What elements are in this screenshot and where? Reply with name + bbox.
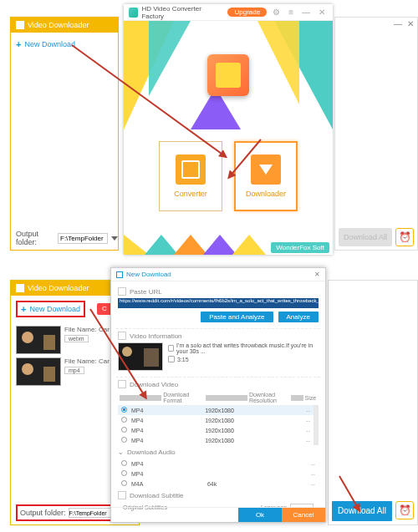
format-row[interactable]: MP41920x1080--: [118, 435, 314, 445]
audio-format-row[interactable]: MP4--: [118, 469, 319, 479]
download-all-button[interactable]: Download All: [332, 501, 392, 521]
converter-label: Converter: [174, 190, 207, 198]
url-input[interactable]: https://www.reddit.com/r/videos/comments…: [118, 298, 319, 308]
menu-icon[interactable]: ≡: [286, 8, 296, 17]
product-logo-icon: [207, 54, 249, 96]
radio-icon: [121, 437, 127, 443]
video-title: I'm a solo act that writes throwback mus…: [176, 342, 319, 354]
right-panel-top: — ✕ Download All ⏰: [334, 17, 418, 251]
download-all-disabled: Download All: [339, 228, 392, 246]
plus-icon: +: [21, 304, 26, 314]
radio-icon: [121, 480, 127, 486]
download-subtitle-header[interactable]: Download Subtitle: [118, 491, 319, 499]
radio-icon: [121, 470, 127, 476]
vd-title: Video Downloader: [28, 18, 89, 33]
item-format-chip[interactable]: webm: [64, 335, 89, 342]
converter-icon: [176, 155, 206, 185]
radio-icon: [121, 460, 127, 466]
item-thumbnail: [16, 326, 61, 354]
format-row[interactable]: MP41920x1080--: [118, 405, 314, 415]
item-thumbnail: [16, 357, 61, 386]
minimize-icon[interactable]: —: [394, 19, 402, 28]
output-folder-label: Output folder:: [16, 230, 54, 246]
link-icon: [118, 287, 126, 296]
columns-header: Download Format Download Resolution Size: [120, 392, 317, 403]
settings-icon[interactable]: ⚙: [270, 8, 283, 17]
conv-title: HD Video Converter Factory: [141, 5, 221, 20]
output-folder-input[interactable]: [69, 508, 117, 518]
hero-banner: [124, 21, 333, 129]
radio-icon: [121, 417, 127, 423]
audio-format-row[interactable]: M4A64k--: [118, 479, 319, 489]
dialog-title: New Download: [126, 271, 171, 278]
radio-icon: [121, 407, 127, 413]
minimize-icon[interactable]: —: [299, 8, 313, 17]
chevron-down-icon: ⌄: [118, 448, 124, 456]
conv-titlebar: HD Video Converter Factory Upgrade ⚙ ≡ —…: [124, 4, 333, 21]
close-icon[interactable]: ✕: [316, 8, 328, 17]
dialog-titlebar: New Download ✕: [111, 268, 325, 281]
new-download-label: New Download: [29, 305, 80, 313]
plus-icon: +: [16, 39, 21, 49]
vd-titlebar: Video Downloader: [11, 18, 118, 33]
app-icon: [16, 21, 24, 29]
downloader-tile[interactable]: Downloader: [234, 141, 298, 211]
right-panel-bottom: Download All ⏰: [328, 280, 418, 525]
new-download-button[interactable]: + New Download: [16, 39, 113, 49]
cancel-button[interactable]: Cancel: [282, 508, 325, 522]
close-icon[interactable]: ✕: [407, 19, 414, 28]
output-folder-label: Output folder:: [20, 509, 66, 517]
brand-badge: WonderFox Soft: [271, 242, 329, 253]
footer-decor: WonderFox Soft: [124, 235, 333, 255]
converter-tile[interactable]: Converter: [159, 141, 222, 211]
audio-format-row[interactable]: MP4--: [118, 459, 319, 469]
video-thumbnail: [118, 342, 163, 371]
subtitle-icon: [118, 491, 126, 499]
close-icon[interactable]: ✕: [314, 271, 320, 278]
dialog-icon: [116, 271, 123, 278]
output-folder-input[interactable]: [58, 233, 108, 244]
paste-url-header: Paste URL: [118, 287, 319, 296]
schedule-icon[interactable]: ⏰: [395, 501, 414, 519]
downloader-icon: [251, 155, 281, 185]
hd-converter-window: HD Video Converter Factory Upgrade ⚙ ≡ —…: [124, 4, 333, 255]
new-download-dialog: New Download ✕ Paste URL https://www.red…: [110, 267, 326, 523]
item-format-chip[interactable]: mp4: [64, 367, 84, 374]
format-row[interactable]: MP41920x1080--: [118, 415, 314, 425]
video-format-list[interactable]: MP41920x1080--MP41920x1080--MP41920x1080…: [118, 405, 319, 445]
app-logo-icon: [129, 8, 138, 18]
new-download-label: New Download: [24, 40, 75, 48]
analyze-button[interactable]: Analyze: [278, 312, 319, 322]
radio-icon: [121, 427, 127, 433]
upgrade-button[interactable]: Upgrade: [227, 8, 267, 17]
format-row[interactable]: MP41920x1080--: [118, 425, 314, 435]
app-icon: [16, 284, 24, 292]
ok-button[interactable]: Ok: [238, 508, 282, 522]
info-icon: [118, 332, 126, 340]
folder-dropdown-icon[interactable]: [111, 236, 118, 241]
paste-analyze-button[interactable]: Paste and Analyze: [201, 312, 273, 322]
download-audio-header[interactable]: ⌄ Download Audio: [118, 448, 319, 456]
title-icon: [168, 345, 174, 352]
video-downloader-window-top: Video Downloader + New Download Output f…: [10, 17, 119, 251]
schedule-icon[interactable]: ⏰: [395, 228, 414, 246]
output-folder-row: Output folder:: [16, 230, 118, 246]
resolution-icon: [206, 395, 247, 401]
format-icon: [120, 395, 161, 401]
new-download-button-highlighted[interactable]: + New Download: [16, 301, 85, 317]
size-icon: [291, 395, 303, 401]
video-info-header: Video Information: [118, 332, 319, 340]
clock-icon: [168, 356, 175, 362]
video-icon: [118, 380, 126, 388]
video-duration: 3:15: [177, 357, 189, 362]
download-video-header: Download Video: [118, 380, 319, 388]
vd-title: Video Downloader: [28, 281, 89, 296]
downloader-label: Downloader: [246, 190, 286, 198]
